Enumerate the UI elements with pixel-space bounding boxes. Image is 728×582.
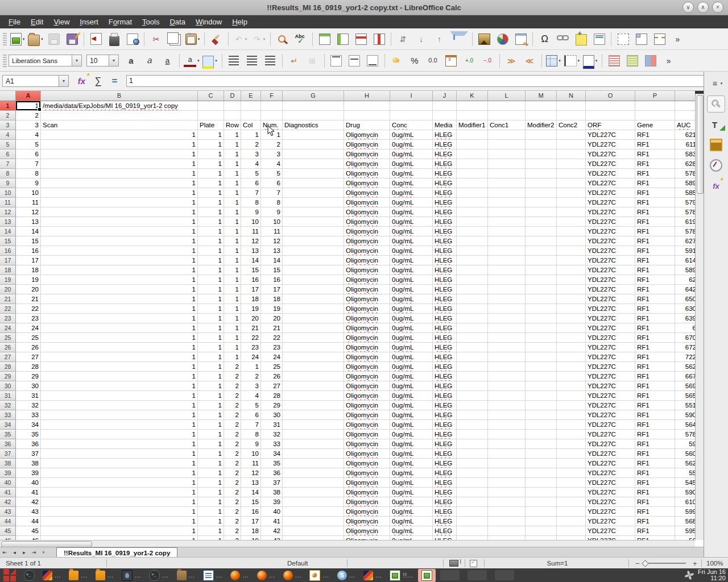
cell[interactable]	[488, 439, 526, 449]
cell[interactable]: Oligomycin	[344, 459, 390, 468]
cell[interactable]: HLEG	[433, 362, 457, 372]
cell[interactable]: YDL227C	[586, 449, 635, 459]
cell[interactable]: 0ug/mL	[390, 246, 433, 256]
cell[interactable]: 639	[675, 314, 695, 323]
cell[interactable]	[557, 227, 586, 236]
cell[interactable]: Oligomycin	[344, 314, 390, 323]
cell[interactable]	[457, 159, 488, 169]
cell[interactable]: Oligomycin	[344, 343, 390, 352]
cell[interactable]: 1	[224, 188, 241, 198]
cell[interactable]: HLEG	[433, 333, 457, 343]
cell[interactable]	[526, 439, 557, 449]
cell[interactable]: 19	[241, 536, 261, 540]
cell[interactable]	[557, 149, 586, 159]
column-header-K[interactable]: K	[457, 91, 488, 101]
cell[interactable]: 642	[675, 285, 695, 294]
cell[interactable]: 9	[16, 178, 41, 188]
cell[interactable]	[457, 130, 488, 140]
cell[interactable]	[526, 101, 557, 111]
cell[interactable]: Oligomycin	[344, 246, 390, 256]
sidebar-gallery-button[interactable]	[707, 136, 725, 153]
taskbar-window-folder-brown[interactable]: ...	[173, 569, 198, 581]
formula-button[interactable]: =	[107, 74, 122, 89]
cell[interactable]: HLEG	[433, 459, 457, 468]
dropdown-arrow[interactable]: ▾	[578, 59, 580, 63]
cell[interactable]: YDL227C	[586, 159, 635, 169]
cell[interactable]	[283, 497, 344, 507]
sidebar-properties-button[interactable]	[707, 95, 725, 113]
open-button[interactable]: ▾	[27, 30, 44, 48]
cell[interactable]: HLEG	[433, 275, 457, 285]
cell[interactable]: 2	[224, 430, 241, 439]
cell[interactable]: Oligomycin	[344, 130, 390, 140]
cell[interactable]	[488, 488, 526, 497]
cell[interactable]: 21	[241, 323, 261, 333]
cell[interactable]: 1	[198, 517, 224, 526]
cell[interactable]: 0ug/mL	[390, 323, 433, 333]
cell[interactable]	[557, 111, 586, 120]
row-header-43[interactable]: 43	[0, 507, 16, 517]
cell[interactable]: YDL227C	[586, 169, 635, 178]
cell[interactable]: 1	[41, 391, 198, 401]
cell[interactable]	[433, 101, 457, 111]
taskbar-window-firefox[interactable]: ...	[227, 569, 252, 581]
cell[interactable]: 1	[198, 246, 224, 256]
cell[interactable]: HLEG	[433, 294, 457, 304]
cell[interactable]	[457, 188, 488, 198]
cell[interactable]	[488, 111, 526, 120]
cell[interactable]: 14	[261, 256, 283, 265]
cell[interactable]	[488, 275, 526, 285]
cell[interactable]: 627	[675, 236, 695, 246]
cell[interactable]: 1	[224, 285, 241, 294]
last-sheet-button[interactable]: ⇥	[29, 547, 39, 558]
cell[interactable]	[488, 188, 526, 198]
cell[interactable]: Oligomycin	[344, 372, 390, 381]
cell[interactable]	[283, 207, 344, 217]
cell[interactable]: 1	[198, 401, 224, 410]
cell[interactable]	[457, 304, 488, 314]
cell[interactable]: HLEG	[433, 130, 457, 140]
conditional-data-bars-button[interactable]	[623, 52, 641, 70]
cell[interactable]: 0ug/mL	[390, 401, 433, 410]
cell[interactable]: 59	[675, 439, 695, 449]
cell[interactable]: 27	[261, 381, 283, 391]
cell[interactable]	[457, 294, 488, 304]
cell[interactable]: RF1	[635, 227, 675, 236]
cell[interactable]: 2	[224, 381, 241, 391]
cell[interactable]: Oligomycin	[344, 381, 390, 391]
cell[interactable]: YDL227C	[586, 401, 635, 410]
row-header-35[interactable]: 35	[0, 430, 16, 439]
cell[interactable]	[526, 217, 557, 227]
cell[interactable]: 0ug/mL	[390, 381, 433, 391]
cell[interactable]: HLEG	[433, 217, 457, 227]
cell[interactable]	[488, 526, 526, 536]
cell[interactable]: 1	[198, 391, 224, 401]
row-header-17[interactable]: 17	[0, 256, 16, 265]
cell[interactable]: 0ug/mL	[390, 362, 433, 372]
cell[interactable]: RF1	[635, 420, 675, 430]
cell[interactable]: 1	[41, 517, 198, 526]
cell[interactable]	[526, 372, 557, 381]
cell[interactable]	[526, 149, 557, 159]
cell[interactable]: 1	[198, 159, 224, 169]
cell[interactable]	[488, 207, 526, 217]
cell[interactable]: 1	[41, 420, 198, 430]
cell[interactable]	[488, 449, 526, 459]
cell[interactable]	[457, 198, 488, 207]
cell[interactable]	[557, 343, 586, 352]
cell[interactable]: YDL227C	[586, 275, 635, 285]
cell[interactable]	[488, 130, 526, 140]
italic-button[interactable]: a	[140, 52, 158, 70]
first-sheet-button[interactable]: ⇤	[0, 547, 10, 558]
cell[interactable]: Col	[241, 120, 261, 130]
cell[interactable]: 8	[241, 430, 261, 439]
cell[interactable]	[457, 536, 488, 540]
cell[interactable]: 1	[198, 420, 224, 430]
cell[interactable]	[526, 275, 557, 285]
menu-window[interactable]: Window	[191, 16, 227, 27]
cell[interactable]	[457, 227, 488, 236]
cell[interactable]: HLEG	[433, 488, 457, 497]
cell[interactable]	[488, 304, 526, 314]
cell[interactable]	[283, 227, 344, 236]
sort-descending-button[interactable]: ↑	[431, 30, 448, 48]
